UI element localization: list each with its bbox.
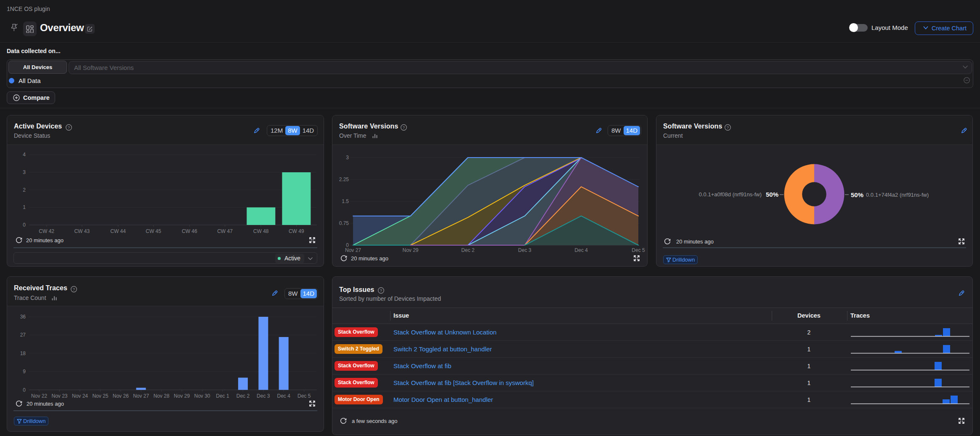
svg-text:2.25: 2.25 [339,177,349,182]
svg-text:CW 49: CW 49 [289,228,304,234]
svg-text:Nov 29: Nov 29 [402,247,418,253]
svg-text:Dec 4: Dec 4 [575,247,588,253]
svg-text:?: ? [403,125,405,130]
svg-text:Nov 22: Nov 22 [31,393,47,399]
svg-text:2: 2 [23,187,26,193]
svg-text:Dec 2: Dec 2 [461,247,475,253]
svg-text:Nov 27: Nov 27 [133,393,149,399]
svg-text:0.75: 0.75 [339,220,349,226]
svg-text:?: ? [380,288,382,293]
svg-text:Nov 26: Nov 26 [113,393,129,399]
svg-text:Dec 4: Dec 4 [277,393,291,399]
svg-text:9: 9 [23,369,26,374]
svg-text:?: ? [68,125,70,130]
svg-text:Dec 5: Dec 5 [297,393,311,399]
svg-text:Nov 30: Nov 30 [194,393,210,399]
svg-text:CW 47: CW 47 [217,228,233,234]
svg-text:Nov 27: Nov 27 [345,247,361,253]
svg-text:Dec 2: Dec 2 [236,393,250,399]
svg-text:Nov 25: Nov 25 [92,393,108,399]
svg-text:1.5: 1.5 [342,198,349,204]
svg-text:27: 27 [20,332,26,338]
svg-text:CW 42: CW 42 [39,228,54,234]
svg-text:Dec 3: Dec 3 [518,247,531,253]
svg-text:3: 3 [23,169,26,175]
svg-text:0: 0 [23,222,26,228]
svg-text:Dec 5: Dec 5 [632,247,645,253]
svg-text:Nov 24: Nov 24 [72,393,88,399]
svg-text:18: 18 [20,350,26,356]
svg-text:Nov 28: Nov 28 [154,393,170,399]
svg-text:CW 48: CW 48 [253,228,269,234]
svg-text:Dec 3: Dec 3 [257,393,270,399]
svg-text:CW 44: CW 44 [110,228,126,234]
svg-text:0: 0 [23,387,26,393]
svg-text:?: ? [727,125,729,130]
svg-text:Nov 29: Nov 29 [174,393,190,399]
svg-text:36: 36 [20,314,26,320]
svg-text:1: 1 [23,204,26,210]
svg-text:CW 45: CW 45 [146,228,161,234]
svg-text:Dec 1: Dec 1 [216,393,229,399]
svg-text:CW 46: CW 46 [182,228,197,234]
svg-text:Nov 23: Nov 23 [51,393,67,399]
svg-text:4: 4 [23,152,26,158]
svg-text:CW 43: CW 43 [74,228,90,234]
svg-text:?: ? [73,287,75,292]
svg-text:3: 3 [346,155,349,160]
